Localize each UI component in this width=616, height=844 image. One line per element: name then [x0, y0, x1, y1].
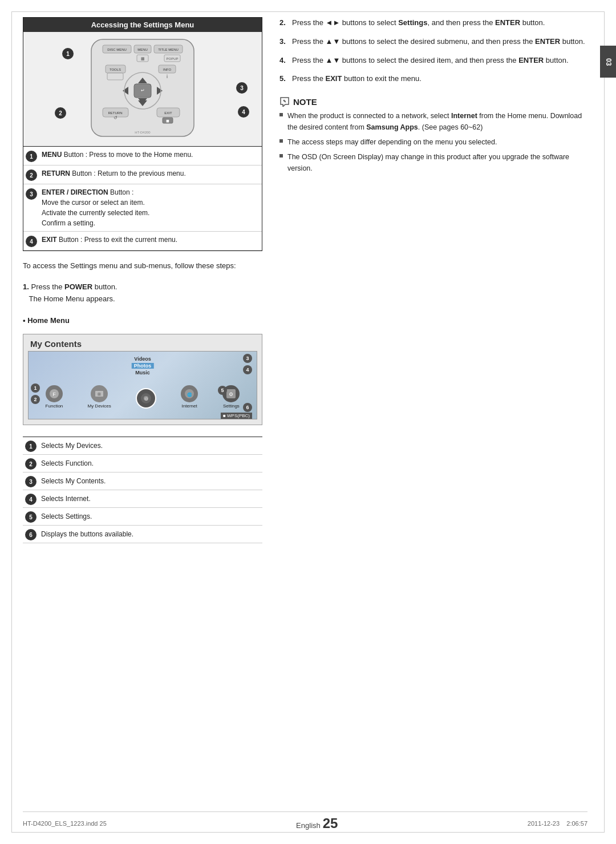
remote-desc-table: 1 MENU Button : Press to move to the Hom…: [23, 146, 262, 251]
note-item-1-text: When the product is connected to a netwo…: [287, 110, 587, 133]
home-item-function-icon: F: [46, 385, 63, 402]
home-desc-row-4: 4 Selects Internet.: [23, 490, 262, 508]
home-text-videos: Videos: [134, 356, 151, 362]
remote-desc-num-1: 1: [26, 151, 37, 162]
side-tab: 03 Setup: [600, 46, 616, 78]
side-tab-label: Setup: [593, 51, 601, 72]
home-desc-row-2: 2 Selects Function.: [23, 455, 262, 473]
home-callout-3: 3: [243, 354, 252, 363]
svg-text:↺: ↺: [114, 115, 117, 120]
home-menu-title: My Contents: [30, 339, 257, 349]
home-item-internet-label: Internet: [182, 403, 197, 409]
svg-text:MENU: MENU: [137, 48, 148, 51]
home-text-music: Music: [135, 370, 150, 375]
home-item-settings-label: Settings: [223, 403, 240, 409]
svg-text:EXIT: EXIT: [164, 111, 172, 115]
right-step-3: 3. Press the ▲▼ buttons to select the de…: [279, 36, 587, 48]
right-step-2: 2. Press the ◄► buttons to select Settin…: [279, 17, 587, 29]
page-word: English: [296, 821, 321, 830]
svg-text:F: F: [52, 391, 56, 397]
remote-callout-3: 3: [236, 82, 248, 94]
svg-text:i: i: [167, 74, 168, 79]
home-item-function: F Function: [46, 385, 63, 409]
home-item-selected: ⚙: [136, 388, 156, 409]
home-menu-box: My Contents Videos Photos Music F Functi…: [23, 334, 262, 425]
remote-callout-1: 1: [62, 48, 74, 59]
note-icon: ✎: [279, 96, 290, 107]
home-item-function-label: Function: [46, 403, 63, 409]
home-desc-row-3: 3 Selects My Contents.: [23, 473, 262, 490]
left-column: Accessing the Settings Menu DISC MENU ME…: [23, 17, 262, 821]
remote-desc-row-4: 4 EXIT Button : Press to exit the curren…: [23, 232, 262, 251]
main-content: Accessing the Settings Menu DISC MENU ME…: [23, 17, 587, 821]
home-desc-text-1: Selects My Devices.: [41, 441, 260, 451]
remote-desc-text-4: EXIT Button : Press to exit the current …: [42, 235, 260, 245]
note-box: ✎ NOTE When the product is connected to …: [279, 96, 587, 177]
remote-title-bar: Accessing the Settings Menu: [23, 18, 262, 32]
home-desc-row-1: 1 Selects My Devices.: [23, 437, 262, 455]
right-step-3-text: Press the ▲▼ buttons to select the desir…: [292, 36, 585, 48]
note-bullet-1: [279, 113, 283, 116]
home-menu-bullet-label: Home Menu: [27, 316, 70, 325]
home-desc-text-5: Selects Settings.: [41, 511, 260, 522]
svg-text:⚙: ⚙: [144, 397, 148, 402]
svg-text:↵: ↵: [141, 88, 145, 93]
home-callout-4: 4: [243, 365, 252, 374]
note-bullet-3: [279, 154, 283, 158]
home-item-internet-icon: 🌐: [181, 385, 198, 402]
right-step-5-num: 5.: [279, 73, 289, 85]
svg-text:INFO: INFO: [163, 68, 172, 71]
remote-desc-row-3: 3 ENTER / DIRECTION Button : Move the cu…: [23, 184, 262, 232]
note-item-3: The OSD (On Screen Display) may change i…: [279, 151, 587, 174]
remote-desc-num-2: 2: [26, 169, 37, 181]
svg-text:⚙: ⚙: [229, 391, 233, 397]
home-item-mydevices: ⊞ My Devices: [87, 385, 111, 409]
right-step-5-text: Press the EXIT button to exit the menu.: [292, 73, 422, 85]
remote-image: DISC MENU MENU TITLE MENU ▦ POPUP TOOLS: [23, 32, 262, 146]
remote-desc-text-3: ENTER / DIRECTION Button : Move the curs…: [42, 187, 260, 228]
home-desc-text-4: Selects Internet.: [41, 494, 260, 504]
svg-text:HT-D4200: HT-D4200: [135, 131, 151, 134]
home-text-photos: Photos: [132, 363, 154, 369]
remote-title-text: Accessing the Settings Menu: [91, 21, 194, 29]
remote-svg: DISC MENU MENU TITLE MENU ▦ POPUP TOOLS: [57, 37, 228, 142]
home-desc-text-2: Selects Function.: [41, 458, 260, 469]
footer: HT-D4200_ELS_1223.indd 25 English 25 201…: [23, 811, 587, 831]
svg-text:◼: ◼: [166, 119, 169, 123]
home-desc-num-5: 5: [25, 511, 37, 523]
footer-date: 2011-12-23: [528, 820, 560, 827]
home-callout-6: 6: [243, 403, 252, 412]
home-desc-row-5: 5 Selects Settings.: [23, 508, 262, 526]
right-step-2-num: 2.: [279, 17, 289, 29]
home-item-mydevices-label: My Devices: [87, 403, 111, 409]
home-desc-row-6: 6 Displays the buttons available.: [23, 526, 262, 543]
home-item-internet: 🌐 Internet: [181, 385, 198, 409]
note-item-3-text: The OSD (On Screen Display) may change i…: [287, 151, 587, 174]
svg-text:⊞: ⊞: [98, 392, 101, 396]
right-step-2-text: Press the ◄► buttons to select Settings,…: [292, 17, 545, 29]
remote-desc-text-1: MENU Button : Press to move to the Home …: [42, 150, 260, 160]
home-menu-content: Videos Photos Music F Function ⊞: [28, 351, 257, 419]
remote-box: Accessing the Settings Menu DISC MENU ME…: [23, 17, 262, 251]
footer-time: 2:06:57: [566, 820, 587, 827]
page-num-area: English 25: [296, 815, 338, 831]
remote-desc-row-2: 2 RETURN Button : Return to the previous…: [23, 165, 262, 184]
wps-bar: ■ WPS(PBC): [221, 413, 252, 419]
home-desc-num-6: 6: [25, 529, 37, 540]
svg-text:TOOLS: TOOLS: [110, 68, 121, 71]
home-item-center-icon: ⚙: [136, 388, 156, 409]
note-bullet-2: [279, 139, 283, 143]
home-menu-bullet: • Home Menu: [23, 316, 262, 325]
home-desc-num-3: 3: [25, 476, 37, 487]
svg-text:DISC MENU: DISC MENU: [107, 48, 127, 51]
footer-file: HT-D4200_ELS_1223.indd 25: [23, 820, 107, 827]
step-1: 1. Press the POWER button. The Home Menu…: [23, 281, 262, 305]
remote-desc-row-1: 1 MENU Button : Press to move to the Hom…: [23, 147, 262, 165]
page-num: 25: [323, 815, 338, 831]
right-step-4-num: 4.: [279, 55, 289, 67]
home-text-items: Videos Photos Music: [132, 356, 154, 375]
home-desc-text-6: Displays the buttons available.: [41, 529, 260, 539]
intro-text-content: To access the Settings menu and sub-menu…: [23, 261, 236, 270]
note-item-2: The access steps may differ depending on…: [279, 136, 587, 148]
home-desc-table: 1 Selects My Devices. 2 Selects Function…: [23, 437, 262, 543]
